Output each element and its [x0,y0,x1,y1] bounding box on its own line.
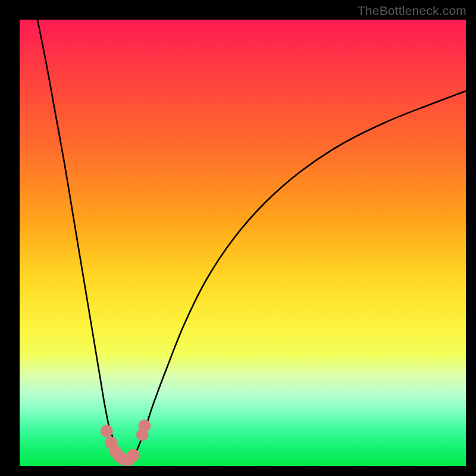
series-left-branch [37,20,127,461]
marker-point-8 [139,419,151,432]
attribution-label: TheBottleneck.com [358,4,466,18]
series-right-branch [127,91,466,461]
marker-point-6 [127,449,140,462]
series-group [37,20,466,461]
chart-frame: TheBottleneck.com [0,0,476,476]
chart-svg [20,20,466,466]
markers-group [101,419,151,466]
plot-area [20,20,466,466]
marker-point-0 [101,425,113,437]
